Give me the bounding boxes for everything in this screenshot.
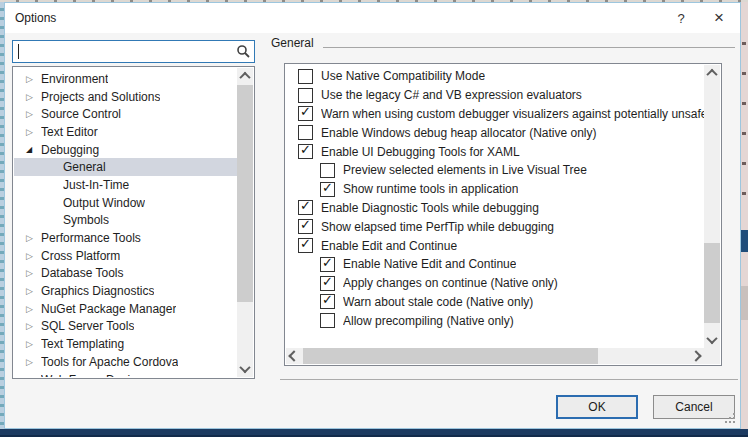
- tree-arrow-icon: ▷: [26, 109, 41, 119]
- checkbox[interactable]: ✓: [320, 182, 335, 197]
- tree-item-source-control[interactable]: ▷ Source Control: [14, 105, 237, 123]
- option-label: Show runtime tools in application: [343, 182, 518, 196]
- tree-item-debugging[interactable]: ◢ Debugging: [14, 141, 237, 159]
- tree-item-web-forms-designer[interactable]: ▷ Web Forms Designer: [14, 371, 237, 377]
- tree-item-label: Web Forms Designer: [41, 373, 154, 377]
- tree-scrollbar[interactable]: [237, 68, 253, 377]
- option-label: Apply changes on continue (Native only): [343, 276, 558, 290]
- tree-item-just-in-time[interactable]: Just-In-Time: [14, 176, 237, 194]
- checkbox[interactable]: ✓: [298, 200, 313, 215]
- scroll-thumb[interactable]: [303, 348, 598, 364]
- option-row-enable-windows-debug-heap-allocator-nati[interactable]: Enable Windows debug heap allocator (Nat…: [286, 123, 704, 142]
- checkbox[interactable]: ✓: [298, 106, 313, 121]
- tree-item-label: General: [63, 160, 106, 174]
- tree-item-environment[interactable]: ▷ Environment: [14, 70, 237, 88]
- settings-vertical-scrollbar[interactable]: [704, 65, 720, 348]
- tree-item-text-editor[interactable]: ▷ Text Editor: [14, 123, 237, 141]
- search-input[interactable]: [12, 40, 255, 63]
- option-row-enable-ui-debugging-tools-for-xaml[interactable]: ✓ Enable UI Debugging Tools for XAML: [286, 142, 704, 161]
- tree-item-nuget-package-manager[interactable]: ▷ NuGet Package Manager: [14, 300, 237, 318]
- tree-item-tools-for-apache-cordova[interactable]: ▷ Tools for Apache Cordova: [14, 353, 237, 371]
- resize-grip[interactable]: [725, 413, 735, 423]
- tree-item-label: Performance Tools: [41, 231, 141, 245]
- option-label: Enable Windows debug heap allocator (Nat…: [321, 126, 597, 140]
- checkbox[interactable]: ✓: [298, 219, 313, 234]
- checkmark-icon: ✓: [300, 236, 311, 251]
- option-row-preview-selected-elements-in-live-visual[interactable]: Preview selected elements in Live Visual…: [286, 161, 704, 180]
- option-row-enable-native-edit-and-continue[interactable]: ✓ Enable Native Edit and Continue: [286, 255, 704, 274]
- tree-item-symbols[interactable]: Symbols: [14, 212, 237, 230]
- tree-item-output-window[interactable]: Output Window: [14, 194, 237, 212]
- option-row-warn-when-using-custom-debugger-visualiz[interactable]: ✓ Warn when using custom debugger visual…: [286, 105, 704, 124]
- tree-item-label: Projects and Solutions: [41, 90, 160, 104]
- tree-item-sql-server-tools[interactable]: ▷ SQL Server Tools: [14, 318, 237, 336]
- group-label: General: [271, 36, 314, 50]
- option-rows: Use Native Compatibility Mode Use the le…: [286, 65, 704, 348]
- options-tree: ▷ Environment ▷ Projects and Solutions ▷…: [12, 66, 255, 379]
- checkmark-icon: ✓: [300, 142, 311, 157]
- option-row-show-runtime-tools-in-application[interactable]: ✓ Show runtime tools in application: [286, 180, 704, 199]
- checkbox[interactable]: [320, 163, 335, 178]
- screen: Options ? × ▷ Environment ▷ Projects and…: [0, 0, 748, 437]
- background-app-sliver: [741, 2, 748, 430]
- tree-item-projects-and-solutions[interactable]: ▷ Projects and Solutions: [14, 88, 237, 106]
- scroll-down-button[interactable]: [237, 361, 253, 377]
- tree-item-general[interactable]: General: [14, 158, 237, 176]
- tree-arrow-icon: ▷: [26, 357, 41, 367]
- option-label: Allow precompiling (Native only): [343, 314, 514, 328]
- option-row-use-the-legacy-c-and-vb-expression-evalu[interactable]: Use the legacy C# and VB expression eval…: [286, 86, 704, 105]
- checkbox[interactable]: ✓: [298, 144, 313, 159]
- settings-list: Use Native Compatibility Mode Use the le…: [284, 63, 722, 366]
- option-label: Show elapsed time PerfTip while debuggin…: [321, 220, 554, 234]
- scroll-down-button[interactable]: [704, 332, 720, 348]
- option-row-enable-edit-and-continue[interactable]: ✓ Enable Edit and Continue: [286, 236, 704, 255]
- tree-arrow-icon: ▷: [26, 375, 41, 377]
- checkbox[interactable]: [320, 313, 335, 328]
- ok-button[interactable]: OK: [556, 395, 638, 419]
- tree-item-label: Debugging: [41, 143, 99, 157]
- checkbox[interactable]: [298, 69, 313, 84]
- scroll-thumb[interactable]: [237, 85, 253, 302]
- option-label: Warn about stale code (Native only): [343, 295, 533, 309]
- scroll-left-button[interactable]: [286, 348, 302, 364]
- option-label: Preview selected elements in Live Visual…: [343, 163, 587, 177]
- cancel-button[interactable]: Cancel: [653, 395, 735, 419]
- tree-item-performance-tools[interactable]: ▷ Performance Tools: [14, 229, 237, 247]
- option-row-warn-about-stale-code-native-only[interactable]: ✓ Warn about stale code (Native only): [286, 293, 704, 312]
- tree-item-text-templating[interactable]: ▷ Text Templating: [14, 335, 237, 353]
- checkbox[interactable]: ✓: [320, 294, 335, 309]
- option-row-allow-precompiling-native-only[interactable]: Allow precompiling (Native only): [286, 311, 704, 330]
- scroll-up-button[interactable]: [704, 65, 720, 81]
- checkmark-icon: ✓: [300, 198, 311, 213]
- checkbox[interactable]: [298, 125, 313, 140]
- help-button[interactable]: ?: [664, 3, 698, 33]
- tree-item-database-tools[interactable]: ▷ Database Tools: [14, 265, 237, 283]
- background-status-strip: [0, 429, 748, 437]
- option-label: Enable Edit and Continue: [321, 239, 457, 253]
- option-row-show-elapsed-time-perftip-while-debuggin[interactable]: ✓ Show elapsed time PerfTip while debugg…: [286, 217, 704, 236]
- option-row-use-native-compatibility-mode[interactable]: Use Native Compatibility Mode: [286, 67, 704, 86]
- option-label: Use Native Compatibility Mode: [321, 69, 485, 83]
- tree-arrow-icon: ▷: [26, 127, 41, 137]
- option-label: Use the legacy C# and VB expression eval…: [321, 88, 582, 102]
- tree-item-graphics-diagnostics[interactable]: ▷ Graphics Diagnostics: [14, 282, 237, 300]
- settings-horizontal-scrollbar[interactable]: [286, 348, 704, 364]
- option-row-apply-changes-on-continue-native-only[interactable]: ✓ Apply changes on continue (Native only…: [286, 274, 704, 293]
- button-area-divider: [280, 379, 738, 380]
- scroll-right-button[interactable]: [688, 348, 704, 364]
- scroll-thumb[interactable]: [704, 243, 720, 323]
- checkbox[interactable]: [298, 88, 313, 103]
- option-row-enable-diagnostic-tools-while-debugging[interactable]: ✓ Enable Diagnostic Tools while debuggin…: [286, 199, 704, 218]
- dialog-titlebar[interactable]: Options ? ×: [5, 3, 740, 33]
- checkbox[interactable]: ✓: [320, 257, 335, 272]
- close-button[interactable]: ×: [702, 3, 736, 33]
- scroll-up-button[interactable]: [237, 68, 253, 84]
- tree-arrow-icon: ▷: [26, 286, 41, 296]
- tree-item-cross-platform[interactable]: ▷ Cross Platform: [14, 247, 237, 265]
- tree-item-label: Database Tools: [41, 266, 124, 280]
- tree-item-label: Output Window: [63, 196, 145, 210]
- checkbox[interactable]: ✓: [320, 276, 335, 291]
- tree-arrow-icon: ▷: [26, 304, 41, 314]
- tree-arrow-icon: ▷: [26, 233, 41, 243]
- checkbox[interactable]: ✓: [298, 238, 313, 253]
